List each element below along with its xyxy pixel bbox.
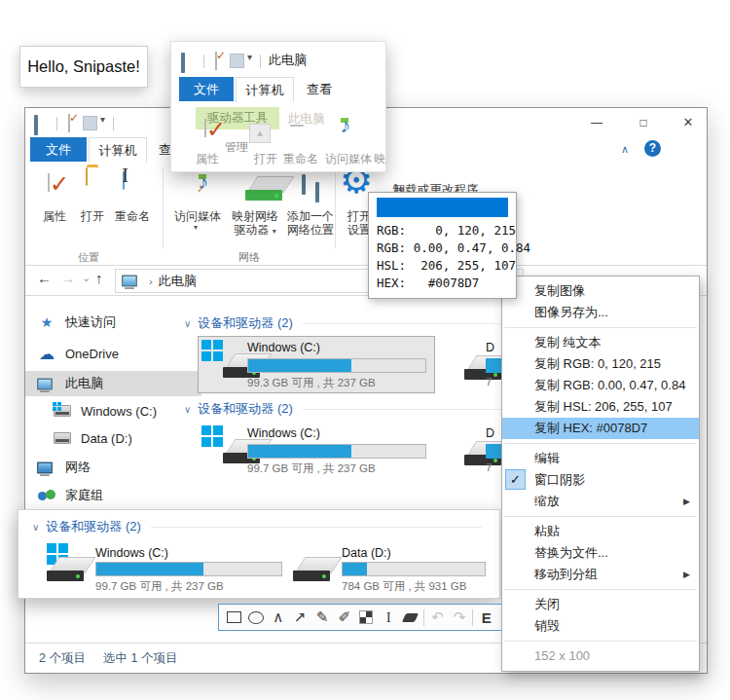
chevron-down-icon[interactable]: ∨ [184,404,191,415]
menu-item-copy-plain-text[interactable]: 复制 纯文本 [502,332,699,353]
properties-quick-icon[interactable] [68,114,70,132]
faded-label-map: 映 [374,151,385,167]
redo-icon[interactable]: ↷ [449,605,471,630]
menu-item-close[interactable]: 关闭 [502,594,699,615]
text-tool-icon[interactable]: I [378,605,400,630]
open-folder-icon[interactable] [86,167,88,186]
snip-tab-view: 查看 [296,77,343,101]
sidebar-item-homegroup[interactable]: 家庭组 [25,483,201,508]
clipped-toolbar-button[interactable]: E [475,605,497,630]
menu-item-copy-hsl[interactable]: 复制 HSL: 206, 255, 107 [502,396,699,418]
capacity-fill [248,359,351,372]
sidebar-item-onedrive[interactable]: ☁ OneDrive [25,341,201,366]
divider [56,117,57,130]
properties-icon[interactable] [48,173,50,192]
menu-item-destroy[interactable]: 销毁 [502,615,699,637]
hex-row: HEX: #0078D7 [377,275,508,292]
section-header-drives-1[interactable]: ∨ 设备和驱动器 (2) [184,314,505,332]
sidebar-label: OneDrive [65,347,119,361]
sidebar-item-windows-c[interactable]: Windows (C:) [25,398,201,424]
drive-name: Windows (C:) [247,341,320,354]
sidebar-label: Data (D:) [81,431,132,446]
menu-item-copy-rgb[interactable]: 复制 RGB: 0, 120, 215 [502,353,699,375]
access-media-button[interactable]: 访问媒体 [168,209,227,223]
ribbon-bottom-border [25,265,707,266]
network-location-icon-a[interactable] [302,174,306,195]
open-button[interactable]: 打开 [71,209,114,223]
rename-icon[interactable] [123,171,125,190]
windows-logo-icon [201,425,223,447]
mosaic-tool-icon[interactable] [355,605,378,630]
capacity-fill [343,563,367,575]
pencil-tool-icon[interactable]: ✎ [311,605,334,630]
new-folder-quick-icon[interactable] [83,116,97,130]
monitor-icon [37,377,56,391]
menu-item-edit[interactable]: 编辑 [502,448,699,469]
marker-tool-icon[interactable]: ✐ [333,605,355,630]
breadcrumb-this-pc[interactable]: 此电脑 [159,273,197,290]
media-dropdown-icon: ▾ [194,223,198,232]
add-network-location-button[interactable]: 添加一个网络位置 [282,209,339,237]
status-selected-count: 选中 1 个项目 [103,650,177,667]
close-button[interactable]: ✕ [674,112,703,133]
this-pc-icon [34,115,38,135]
drives-snip[interactable]: ∨ 设备和驱动器 (2) Windows (C:) 99.7 GB 可用 , 共… [18,509,500,599]
menu-item-save-image-as[interactable]: 图像另存为... [502,302,699,323]
explorer-corner-snip[interactable]: ▾ 此电脑 文件 计算机 查看 驱动器工具 此电脑 管理 ▲ ♪ 属性 打开 重… [170,41,386,172]
chevron-down-icon[interactable]: ∨ [184,318,191,329]
tab-computer[interactable]: 计算机 [89,137,147,163]
hello-snip[interactable]: Hello, Snipaste! [19,46,148,88]
properties-button[interactable]: 属性 [33,209,76,223]
eraser-tool-icon[interactable] [400,605,422,630]
polyline-tool-icon[interactable]: ∧ [267,605,289,630]
menu-separator [504,443,697,444]
sidebar-item-data-d[interactable]: Data (D:) [25,425,201,451]
drive-name: Data (D:) [342,546,391,560]
forward-icon[interactable]: → [60,270,75,286]
group-label-network: 网络 [225,250,274,265]
sidebar-item-network[interactable]: 网络 [25,455,201,480]
up-icon[interactable]: ↑ [95,270,103,286]
divider [113,117,114,130]
maximize-button[interactable]: □ [629,112,658,133]
back-icon[interactable]: ← [37,270,52,286]
sidebar-item-quick-access[interactable]: ★ 快速访问 [25,310,201,335]
menu-item-move-to-group[interactable]: 移动到分组▶ [502,564,699,585]
menu-item-copy-image[interactable]: 复制图像 [502,280,699,302]
toolbar-divider [472,609,473,626]
arrow-tool-icon[interactable]: ↗ [289,605,311,630]
group-divider [335,168,336,248]
rename-button[interactable]: 重命名 [109,209,156,223]
menu-item-window-shadow[interactable]: ✓窗口阴影 [502,469,699,491]
section-title: 设备和驱动器 (2) [198,314,293,332]
help-icon[interactable]: ? [644,140,661,157]
window-title: 此电脑 [269,52,307,69]
tab-file[interactable]: 文件 [30,137,87,162]
menu-item-copy-rgb-float[interactable]: 复制 RGB: 0.00, 0.47, 0.84 [502,375,699,396]
hello-text: Hello, Snipaste! [27,57,140,76]
undo-icon[interactable]: ↶ [426,605,449,630]
drive-name-partial: D [486,341,494,354]
menu-item-copy-hex[interactable]: 复制 HEX: #0078D7 [502,418,699,439]
drive-name-partial: D [486,426,494,440]
menu-item-zoom[interactable]: 缩放▶ [502,491,699,512]
toolbar-divider [423,609,424,626]
recent-pages-icon[interactable]: ⌄ [82,272,91,284]
section-title: 设备和驱动器 (2) [198,400,293,418]
snip-tab-file: 文件 [179,77,234,101]
sidebar-item-this-pc[interactable]: 此电脑 [25,371,201,396]
homegroup-icon [37,489,56,502]
map-network-drive-button[interactable]: 映射网络驱动器 ▾ [226,209,284,239]
rectangle-tool-icon[interactable] [223,605,245,630]
minimize-button[interactable]: — [582,112,611,133]
drive-info: 784 GB 可用 , 共 931 GB [342,579,466,594]
ribbon-collapse-icon[interactable]: ∧ [621,143,629,156]
drive-name[interactable]: Windows (C:) [247,426,320,440]
customize-qat-icon[interactable]: ▾ [100,114,105,125]
section-header-drives-2[interactable]: ∨ 设备和驱动器 (2) [184,400,505,418]
menu-item-paste[interactable]: 粘贴 [502,521,699,542]
menu-item-replace-with-file[interactable]: 替换为文件... [502,542,699,564]
ellipse-tool-icon[interactable] [245,605,268,630]
chevron-down-icon: ∨ [32,522,39,533]
windows-logo-icon [201,340,223,361]
